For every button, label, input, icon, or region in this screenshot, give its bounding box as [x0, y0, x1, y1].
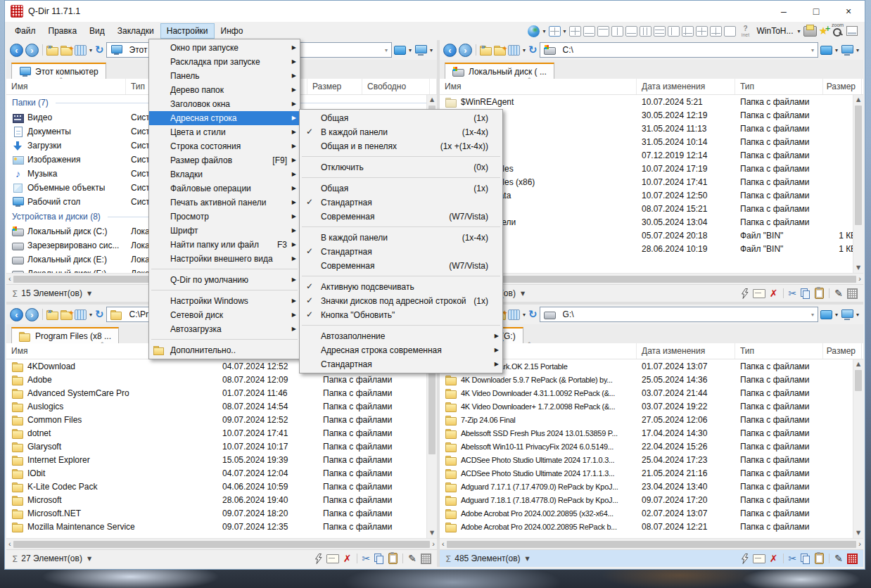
filter-lightning-icon[interactable]: [741, 288, 749, 299]
layout-variant-icon-12[interactable]: [724, 26, 736, 37]
table-row[interactable]: ProgramData10.07.2024 12:50Папка с файла…: [440, 188, 863, 202]
column-header-Дата изменения[interactable]: Дата изменения: [637, 343, 735, 359]
status-dropdown-icon[interactable]: ▼: [526, 556, 530, 562]
scroll-right-icon[interactable]: ›: [858, 274, 861, 283]
pane-color-button[interactable]: [394, 46, 406, 55]
submenu-item-Автозаполнение[interactable]: Автозаполнение▶: [300, 329, 502, 343]
pane-select-button[interactable]: [841, 309, 853, 320]
scrollbar-thumb[interactable]: [855, 370, 862, 391]
layout-variant-icon-8[interactable]: [668, 26, 680, 37]
status-dropdown-icon[interactable]: ▼: [521, 290, 525, 297]
table-row[interactable]: Adobe Acrobat Pro 2024.002.20895 (x32-x6…: [440, 506, 863, 520]
column-header-Тип[interactable]: Тип: [735, 79, 823, 94]
submenu-item-Стандартная[interactable]: ✓Стандартная: [300, 196, 502, 210]
table-row[interactable]: 4K Video Downloader 4.31.1.0092 RePack (…: [440, 386, 863, 400]
tab-top_left[interactable]: Этот компьютер: [11, 63, 106, 79]
pane-color-button[interactable]: [820, 46, 832, 55]
table-row[interactable]: $WinREAgent10.07.2024 5:21Папка с файлам…: [440, 95, 863, 108]
delete-red-x-icon[interactable]: ✗: [770, 553, 778, 564]
layout-quad-icon[interactable]: [549, 26, 561, 37]
submenu-item-Активную подсвечивать[interactable]: ✓Активную подсвечивать: [300, 280, 502, 294]
refresh-button[interactable]: ↻: [528, 45, 538, 56]
table-row[interactable]: Program Files10.07.2024 17:19Папка с фай…: [440, 162, 863, 175]
view-mode-dropdown-icon[interactable]: ▾: [89, 312, 92, 318]
cut-scissors-icon[interactable]: ✂: [789, 288, 797, 299]
menu-item-Настройки внешнего вида[interactable]: Настройки внешнего вида▶: [149, 252, 300, 266]
select-grid-icon[interactable]: [847, 554, 858, 564]
table-row[interactable]: K-Lite Codec Pack04.06.2024 10:59Папка с…: [6, 480, 437, 493]
submenu-item-Современная[interactable]: Современная(W7/Vista): [300, 210, 502, 224]
submenu-item-Стандартная[interactable]: ✓Стандартная: [300, 245, 502, 259]
submenu-item-Отключить[interactable]: Отключить(0x): [300, 160, 502, 174]
menu-item-Файловые операции[interactable]: Файловые операции▶: [149, 181, 300, 196]
go-root-folder-button[interactable]: »: [480, 46, 492, 55]
submenu-item-Адресная строка современная[interactable]: Адресная строка современная▶: [300, 343, 502, 357]
wintoh-dropdown[interactable]: WinToH...: [757, 26, 794, 36]
globe-icon[interactable]: [528, 25, 540, 37]
paste-clipboard-icon[interactable]: [815, 288, 824, 299]
table-row[interactable]: Mozilla Maintenance Service09.07.2024 12…: [6, 520, 437, 533]
delete-red-x-icon[interactable]: ✗: [770, 288, 778, 299]
scrollbar-thumb[interactable]: [447, 276, 857, 283]
copy-pages-icon[interactable]: [801, 554, 810, 563]
paste-clipboard-icon[interactable]: [815, 553, 824, 564]
scroll-left-icon[interactable]: ‹: [442, 539, 445, 549]
column-header-Размер[interactable]: Размер: [823, 343, 862, 359]
maximize-button[interactable]: □: [800, 1, 832, 22]
copy-pages-icon[interactable]: [374, 554, 384, 563]
scroll-right-icon[interactable]: ›: [432, 539, 435, 549]
cut-scissors-icon[interactable]: ✂: [789, 553, 797, 564]
delete-red-x-icon[interactable]: ✗: [343, 553, 352, 564]
pane-select-button[interactable]: [414, 45, 427, 56]
address-dropdown-icon[interactable]: ▾: [811, 47, 814, 53]
submenu-item-Общая и в пенелях[interactable]: Общая и в пенелях(1x +(1x-4x)): [300, 139, 502, 153]
cut-scissors-icon[interactable]: ✂: [362, 553, 371, 564]
filter-lightning-icon[interactable]: [741, 554, 749, 564]
layout-variant-icon-7[interactable]: [654, 26, 666, 37]
tab-top_right[interactable]: Локальный диск ( ...: [445, 63, 554, 79]
address-dropdown-icon[interactable]: ▾: [385, 47, 388, 53]
new-tab-folder-button[interactable]: ✦: [61, 310, 72, 319]
table-row[interactable]: 30.05.2024 12:19Папка с файлами: [440, 108, 863, 122]
scroll-left-icon[interactable]: ‹: [8, 274, 11, 283]
scroll-down-icon[interactable]: ▼: [853, 263, 863, 273]
table-row[interactable]: IObit04.07.2024 12:04Папка с файлами: [6, 466, 437, 480]
submenu-item-В каждой панели[interactable]: В каждой панели(1x-4x): [300, 231, 502, 245]
table-row[interactable]: Program Files (x86)10.07.2024 17:41Папка…: [440, 175, 863, 188]
forward-button[interactable]: ›: [25, 44, 39, 57]
table-row[interactable]: 07.12.2019 12:14Папка с файлами: [440, 148, 863, 162]
view-mode-dropdown-icon[interactable]: ▾: [89, 47, 92, 53]
menubar-item-Закладки[interactable]: Закладки: [112, 24, 160, 38]
table-row[interactable]: 05.07.2024 20:18Файл "BIN"1 КБ: [440, 229, 863, 242]
menu-item-Адресная строка[interactable]: Адресная строка▶: [149, 111, 300, 125]
menubar-item-Файл[interactable]: Файл: [9, 24, 42, 38]
vertical-scrollbar[interactable]: ▲▼: [426, 359, 437, 538]
menu-item-Раскладка при запуске[interactable]: Раскладка при запуске▶: [149, 55, 300, 69]
vertical-scrollbar[interactable]: ▲▼: [853, 95, 863, 273]
table-row[interactable]: 31.05.2024 10:14Папка с файлами: [440, 135, 863, 148]
menu-item-Автозагрузка[interactable]: Автозагрузка▶: [149, 322, 300, 336]
scroll-up-icon[interactable]: ▲: [853, 359, 863, 369]
refresh-button[interactable]: ↻: [95, 45, 104, 56]
table-row[interactable]: 4K Video Downloader+ 1.7.2.0098 RePack (…: [440, 400, 863, 413]
view-mode-button[interactable]: [75, 45, 87, 56]
menubar-item-Правка[interactable]: Правка: [43, 24, 83, 38]
scroll-up-icon[interactable]: ▲: [853, 95, 863, 105]
favorites-add-icon[interactable]: ★+: [819, 26, 828, 36]
back-button[interactable]: ‹: [443, 44, 457, 57]
menu-item-Размер файлов[interactable]: Размер файлов[F9]▶: [149, 153, 300, 167]
scrollbar-thumb[interactable]: [13, 541, 431, 548]
scroll-down-icon[interactable]: ▼: [853, 528, 863, 538]
table-row[interactable]: ACDSee Photo Studio Ultimate 2024 17.1.1…: [440, 466, 863, 480]
table-row[interactable]: Abelssoft SSD Fresh Plus 2024 13.01.5385…: [440, 426, 863, 440]
table-row[interactable]: Adguard 7.17.1 (7.17.4709.0) RePack by K…: [440, 480, 863, 493]
label-tag-icon[interactable]: [753, 289, 765, 298]
menu-item-Сетевой диск[interactable]: Сетевой диск▶: [149, 308, 300, 322]
table-row[interactable]: Пользователи30.05.2024 13:04Папка с файл…: [440, 215, 863, 229]
horizontal-scrollbar[interactable]: ‹›: [6, 538, 437, 549]
submenu-item-Общая[interactable]: Общая(1x): [300, 181, 502, 196]
refresh-button[interactable]: ↻: [95, 309, 104, 320]
column-header-Имя[interactable]: Имя: [440, 79, 637, 94]
print-icon[interactable]: [803, 26, 817, 37]
view-mode-dropdown-icon[interactable]: ▾: [523, 312, 526, 318]
